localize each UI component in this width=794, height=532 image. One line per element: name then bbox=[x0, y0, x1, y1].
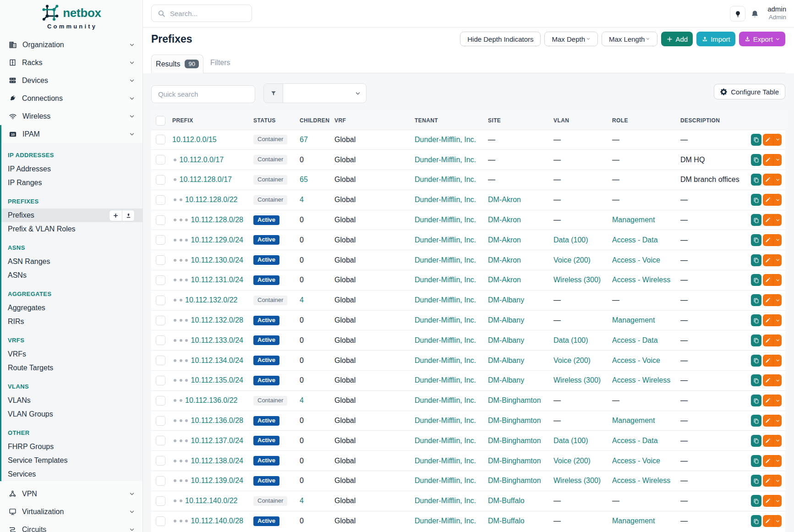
svg-text:10: 10 bbox=[11, 132, 15, 136]
